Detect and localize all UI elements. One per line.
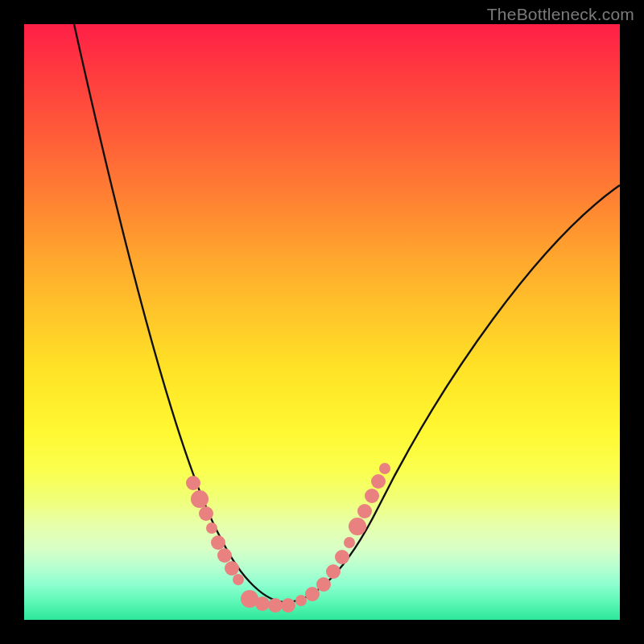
data-point: [206, 522, 217, 534]
bottleneck-curve: [74, 24, 620, 602]
data-point: [379, 463, 390, 474]
data-point: [233, 574, 244, 585]
data-point: [326, 564, 341, 579]
data-point: [199, 506, 213, 521]
data-point: [191, 490, 208, 508]
data-point: [357, 504, 372, 518]
watermark-text: TheBottleneck.com: [487, 5, 634, 24]
data-point: [335, 550, 349, 564]
data-point: [365, 489, 379, 503]
data-point: [344, 537, 355, 548]
data-point: [316, 577, 331, 592]
data-point: [371, 474, 386, 489]
plot-area: [24, 24, 620, 620]
data-point: [349, 518, 366, 535]
data-point: [186, 476, 200, 490]
data-point: [281, 598, 295, 613]
curve-layer: [24, 24, 620, 620]
chart-frame: TheBottleneck.com: [0, 0, 644, 644]
